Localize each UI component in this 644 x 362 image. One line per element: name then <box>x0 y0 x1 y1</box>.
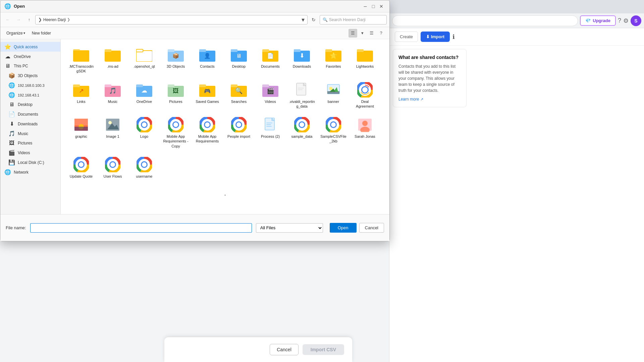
sidebar-item-desktop[interactable]: 🖥 Desktop <box>0 100 60 109</box>
folder-icon-videos: 🎬 <box>262 82 279 98</box>
create-button[interactable]: Create <box>395 32 418 42</box>
file-item-sarahjonas[interactable]: Sarah Jonas <box>350 113 380 152</box>
svg-rect-9 <box>168 49 174 52</box>
file-item-image1[interactable]: Image 1 <box>98 113 128 152</box>
new-folder-button[interactable]: New folder <box>30 29 53 37</box>
forward-button[interactable]: → <box>14 15 23 24</box>
learn-more-link[interactable]: Learn more ↗ <box>398 97 461 102</box>
sidebar-item-pictures[interactable]: 🖼 Pictures <box>0 138 60 148</box>
grid-view-button[interactable]: ☰ <box>348 29 357 38</box>
external-link-icon: ↗ <box>420 97 423 101</box>
file-item-peopleimport[interactable]: People import <box>224 113 254 152</box>
file-item-samplecsv[interactable]: SampleCSVFile_2kb <box>318 113 348 152</box>
svg-point-80 <box>173 122 178 127</box>
svg-rect-91 <box>266 124 271 125</box>
help-view-button[interactable]: ? <box>377 29 385 38</box>
import-button[interactable]: ⬇ Import <box>421 32 450 42</box>
file-item-desktop[interactable]: 🖥 Desktop <box>224 43 254 77</box>
file-item-savedgames[interactable]: 🎮 Saved Games <box>192 78 222 112</box>
file-item-videos[interactable]: 🎬 Videos <box>255 78 285 112</box>
star-icon: ⭐ <box>4 44 11 50</box>
svg-point-111 <box>110 162 115 167</box>
sidebar-item-thispc[interactable]: 🖥 This PC <box>0 61 60 71</box>
file-item-userflows[interactable]: User Flows <box>98 153 128 182</box>
file-item-mctransco[interactable]: .MCTranscodingSDK <box>66 43 96 77</box>
file-item-graphic[interactable]: graphic <box>66 113 96 152</box>
file-item-links[interactable]: ↗ Links <box>66 78 96 112</box>
file-item-favorites[interactable]: ⭐ Favorites <box>318 43 348 77</box>
svg-point-76 <box>142 122 147 127</box>
sidebar-item-videos[interactable]: 🎬 Videos <box>0 148 60 158</box>
file-item-mobileapp1[interactable]: Mobile App Requirements - Copy <box>161 113 191 152</box>
upgrade-button[interactable]: 💎 Upgrade <box>580 15 616 26</box>
svg-text:🎮: 🎮 <box>204 88 211 94</box>
maximize-button[interactable]: □ <box>369 2 377 10</box>
file-item-pictures[interactable]: 🖼 Pictures <box>161 78 191 112</box>
file-item-contacts[interactable]: 👤 Contacts <box>192 43 222 77</box>
file-item-dealagreement[interactable]: Deal Agreement <box>350 78 380 112</box>
file-item-msad[interactable]: .ms-ad <box>98 43 128 77</box>
file-item-sampledata[interactable]: sample_data <box>287 113 317 152</box>
file-item-process2[interactable]: Process (2) <box>255 113 285 152</box>
sidebar-item-documents[interactable]: 📄 Documents <box>0 109 60 119</box>
search-bar[interactable]: 🔍 Search Heeren Darji <box>320 15 387 24</box>
close-button[interactable]: ✕ <box>377 2 385 10</box>
sidebar-item-network[interactable]: 🌐 Network <box>0 167 60 177</box>
network-icon-1: 🌐 <box>8 82 15 88</box>
file-item-openshot[interactable]: .openshot_qt <box>129 43 159 77</box>
file-item-logo[interactable]: Logo <box>129 113 159 152</box>
details-view-button[interactable]: ☰ <box>367 29 376 38</box>
import-csv-button[interactable]: Import CSV <box>303 344 344 355</box>
file-item-documents[interactable]: 📄 Documents <box>255 43 285 77</box>
file-icon-username <box>136 157 153 173</box>
svg-rect-47 <box>262 84 269 87</box>
file-item-onedrive[interactable]: ☁ OneDrive <box>129 78 159 112</box>
refresh-button[interactable]: ↻ <box>309 15 318 24</box>
dropdown-view-button[interactable]: ▾ <box>358 29 367 38</box>
sidebar-item-music[interactable]: 🎵 Music <box>0 129 60 138</box>
organize-button[interactable]: Organize ▾ <box>4 29 27 37</box>
file-item-searches[interactable]: 🔍 Searches <box>224 78 254 112</box>
info-button[interactable]: ℹ <box>452 33 455 41</box>
open-button[interactable]: Open <box>330 223 357 233</box>
cancel-csv-button[interactable]: Cancel <box>270 344 299 355</box>
file-item-downloads[interactable]: ⬇ Downloads <box>287 43 317 77</box>
address-dropdown-button[interactable]: ▾ <box>302 16 305 23</box>
file-item-banner[interactable]: banner <box>318 78 348 112</box>
settings-button[interactable]: ⚙ <box>623 17 629 24</box>
address-bar[interactable]: ❯ Heeren Darji ❯ ▾ <box>35 15 308 24</box>
cancel-button[interactable]: Cancel <box>359 223 384 233</box>
minimize-button[interactable]: – <box>361 2 369 10</box>
file-item-music[interactable]: 🎵 Music <box>98 78 128 112</box>
file-item-vivaldi[interactable]: .vivaldi_reporting_data <box>287 78 317 112</box>
file-item-lightworks[interactable]: Lightworks <box>350 43 380 77</box>
file-item-username[interactable]: username <box>129 153 159 182</box>
shared-contacts-panel: What are shared contacts? Contacts that … <box>393 49 467 107</box>
sidebar-item-quick-access[interactable]: ⭐ Quick access <box>0 42 60 52</box>
svg-text:⬇: ⬇ <box>300 52 305 59</box>
file-item-updatequote[interactable]: Update Quote <box>66 153 96 182</box>
svg-rect-35 <box>136 84 143 87</box>
csv-import-bar: Cancel Import CSV <box>164 337 352 362</box>
user-avatar[interactable]: S <box>631 15 641 26</box>
sidebar-item-ip2[interactable]: 🌐 192.168.43.1 <box>0 90 60 100</box>
folder-icon-openshot <box>136 47 153 63</box>
up-button[interactable]: ↑ <box>24 15 34 24</box>
back-button[interactable]: ← <box>3 15 12 24</box>
file-item-mobileapp2[interactable]: Mobile App Requirements <box>192 113 222 152</box>
filename-input[interactable] <box>30 223 252 233</box>
file-name-vivaldi: .vivaldi_reporting_data <box>289 99 315 109</box>
sidebar-item-3dobjects[interactable]: 📦 3D Objects <box>0 71 60 80</box>
shared-contacts-title: What are shared contacts? <box>398 55 461 60</box>
sidebar-item-localdisk[interactable]: 💾 Local Disk (C:) <box>0 158 60 167</box>
browser-tab-bar <box>389 0 644 13</box>
organize-dropdown-icon: ▾ <box>23 31 25 35</box>
svg-rect-26 <box>357 51 373 62</box>
file-item-3dobjects[interactable]: 📦 3D Objects <box>161 43 191 77</box>
sidebar-item-onedrive[interactable]: ☁ OneDrive <box>0 52 60 61</box>
filetype-select[interactable]: All Files CSV Files Text Files <box>256 223 323 233</box>
sidebar-item-ip1[interactable]: 🌐 192.168.0.100.3 <box>0 80 60 90</box>
sidebar-item-downloads[interactable]: ⬇ Downloads <box>0 119 60 129</box>
address-path: Heeren Darji <box>43 17 66 22</box>
help-button[interactable]: ? <box>618 17 621 24</box>
